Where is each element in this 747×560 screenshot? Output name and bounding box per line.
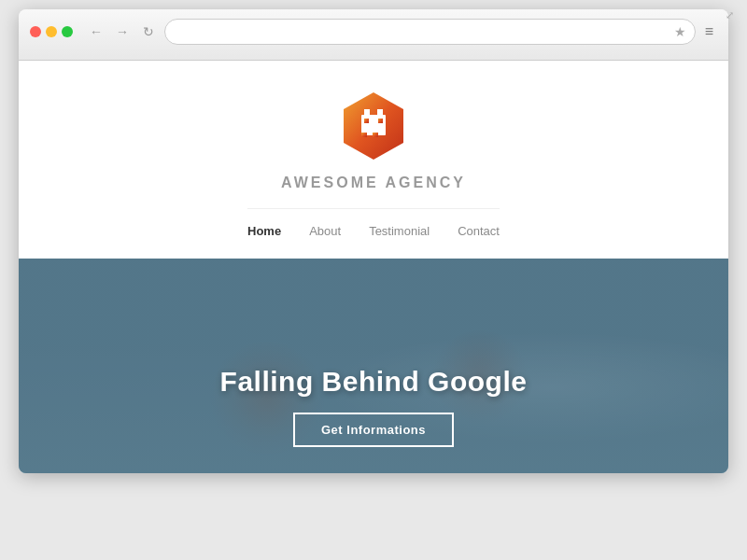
hero-title: Falling Behind Google <box>220 366 528 398</box>
nav-item-testimonial[interactable]: Testimonial <box>369 222 430 240</box>
svg-rect-5 <box>373 133 378 137</box>
website-content: AWESOME AGENCY Home About Testimonial Co… <box>19 61 728 473</box>
browser-window: ← → ↻ ★ ≡ <box>19 9 728 473</box>
svg-rect-3 <box>378 119 383 123</box>
close-button[interactable] <box>30 26 41 37</box>
nav-item-contact[interactable]: Contact <box>458 222 500 240</box>
browser-menu-icon[interactable]: ≡ <box>701 23 717 40</box>
hero-section: Falling Behind Google Get Informations <box>19 259 728 473</box>
minimize-button[interactable] <box>46 26 57 37</box>
bookmark-icon[interactable]: ★ <box>674 24 686 39</box>
back-button[interactable]: ← <box>86 21 106 42</box>
svg-rect-7 <box>377 109 383 116</box>
logo-container <box>336 89 411 163</box>
svg-rect-4 <box>361 133 367 137</box>
nav-item-about[interactable]: About <box>309 222 341 240</box>
address-bar[interactable] <box>164 19 696 45</box>
get-informations-button[interactable]: Get Informations <box>293 413 454 447</box>
logo-svg <box>336 89 411 163</box>
maximize-button[interactable] <box>62 26 73 37</box>
svg-rect-1 <box>361 115 386 135</box>
forward-button[interactable]: → <box>112 21 133 42</box>
browser-controls: ← → ↻ ★ ≡ <box>30 19 717 45</box>
expand-icon[interactable]: ⤢ <box>726 9 728 21</box>
site-nav: Home About Testimonial Contact <box>247 208 500 240</box>
browser-titlebar: ← → ↻ ★ ≡ <box>19 9 728 61</box>
svg-rect-2 <box>364 119 369 123</box>
traffic-lights <box>30 26 73 37</box>
svg-rect-6 <box>364 109 370 116</box>
hero-content: Falling Behind Google Get Informations <box>220 366 528 447</box>
logo <box>336 89 411 163</box>
site-header: AWESOME AGENCY Home About Testimonial Co… <box>19 61 728 259</box>
refresh-button[interactable]: ↻ <box>138 21 159 42</box>
site-title: AWESOME AGENCY <box>281 175 466 191</box>
address-bar-container: ★ <box>164 19 696 45</box>
nav-item-home[interactable]: Home <box>247 222 281 240</box>
